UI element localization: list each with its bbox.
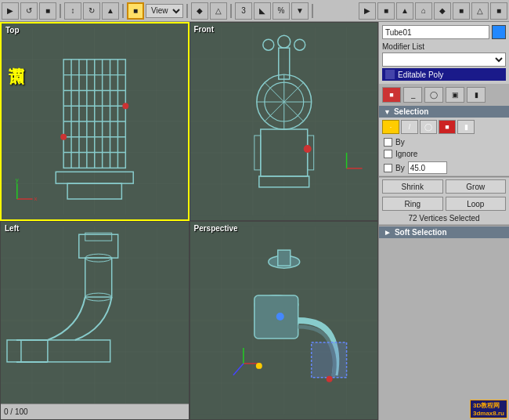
toolbar-btn-5[interactable]: △ (210, 2, 227, 20)
svg-rect-93 (254, 295, 298, 339)
sel-elem-icon[interactable]: ▮ (457, 120, 475, 134)
svg-point-25 (122, 103, 128, 109)
subobj-element-btn[interactable]: ▮ (467, 87, 486, 103)
svg-point-99 (255, 363, 262, 369)
sel-edge-icon[interactable]: / (401, 120, 418, 134)
toolbar-right-5[interactable]: ◆ (434, 2, 451, 20)
viewport-top[interactable]: Top 调节点 (0, 22, 190, 221)
svg-rect-91 (277, 250, 290, 266)
by2-label: By (395, 164, 405, 172)
view-dropdown[interactable]: View (146, 4, 183, 18)
object-name-input[interactable] (382, 25, 489, 39)
toolbar-right-2[interactable]: ■ (377, 2, 395, 20)
by2-checkbox[interactable] (384, 164, 392, 172)
svg-point-26 (60, 134, 67, 140)
frame-indicator: 0 / 100 (4, 407, 28, 416)
watermark: 3D教程网3dmax8.ru (470, 400, 507, 418)
viewport-top-label: Top (5, 26, 20, 34)
toolbar-btn-2[interactable]: ↺ (20, 2, 38, 20)
toolbar-right-1[interactable]: ▶ (359, 2, 376, 20)
by-label: By (395, 138, 405, 147)
toolbar-rotate[interactable]: ↻ (83, 2, 100, 20)
by2-spinbox[interactable] (408, 161, 447, 174)
soft-selection-header[interactable]: ► Soft Selection (379, 226, 509, 238)
toolbar-active-btn[interactable]: ■ (127, 2, 144, 20)
ignore-checkbox[interactable] (384, 150, 392, 158)
sel-border-icon[interactable]: ◯ (420, 120, 437, 134)
object-color-swatch[interactable] (492, 25, 506, 39)
toolbar-move[interactable]: ↕ (64, 2, 81, 20)
main-toolbar: ▶ ↺ ■ ↕ ↻ ▲ ■ View ◆ △ 3 ◣ % ▼ ▶ ■ ▲ ⌂ ◆… (0, 0, 509, 22)
viewport-front-label: Front (194, 25, 215, 34)
sep-2 (122, 4, 124, 18)
sep-1 (60, 4, 61, 18)
sel-vertex-icon[interactable]: · (382, 120, 399, 134)
right-panel-scroll: ▼ Selection · / ◯ ■ ▮ By (379, 106, 509, 420)
modifier-icon (385, 70, 395, 79)
viewport-left-label: Left (5, 224, 19, 233)
toolbar-btn-3[interactable]: ■ (39, 2, 56, 20)
viewport-front[interactable]: Front (190, 22, 379, 221)
shrink-btn[interactable]: Shrink (382, 179, 443, 194)
soft-expand-icon: ► (384, 228, 392, 237)
right-panel: Modifier List Editable Poly ■ ⎯ ◯ ▣ ▮ ▼ … (378, 22, 509, 420)
sep-4 (230, 4, 232, 18)
toolbar-btn-6[interactable]: ◣ (254, 2, 271, 20)
subobj-poly-btn[interactable]: ▣ (446, 87, 464, 103)
subobj-edge-btn[interactable]: ⎯ (403, 87, 422, 103)
sep-line-1 (379, 176, 509, 177)
main-area: Top 调节点 (0, 22, 509, 420)
toolbar-num1[interactable]: 3 (235, 2, 252, 20)
ring-btn[interactable]: Ring (382, 197, 443, 211)
svg-text:x: x (34, 195, 38, 202)
by-checkbox-row: By (379, 136, 509, 148)
viewport-perspective[interactable]: Perspective (190, 221, 379, 420)
modifier-list-label: Modifier List (382, 42, 506, 51)
toolbar-right-4[interactable]: ⌂ (415, 2, 432, 20)
viewport-perspective-svg (190, 222, 378, 419)
selection-panel: ▼ Selection · / ◯ ■ ▮ By (379, 106, 509, 238)
by-checkbox[interactable] (384, 138, 392, 147)
svg-text:y: y (16, 176, 19, 183)
sep-3 (186, 4, 188, 18)
object-name-row (382, 25, 506, 39)
sel-poly-icon[interactable]: ■ (439, 120, 456, 134)
statusbar: 0 / 100 (1, 404, 189, 419)
svg-point-98 (276, 313, 283, 320)
modifier-stack-item[interactable]: Editable Poly (382, 68, 506, 81)
toolbar-scale[interactable]: ▲ (102, 2, 119, 20)
toolbar-btn-7[interactable]: ▼ (291, 2, 309, 20)
shrink-grow-row: Shrink Grow (379, 178, 509, 195)
ring-loop-row: Ring Loop (379, 195, 509, 212)
viewport-perspective-label: Perspective (194, 224, 238, 233)
panel-top: Modifier List Editable Poly (379, 22, 509, 84)
toolbar-btn-1[interactable]: ▶ (2, 2, 19, 20)
toolbar-right-6[interactable]: ■ (453, 2, 470, 20)
viewport-left[interactable]: Left (0, 221, 190, 420)
selection-icons-row: · / ◯ ■ ▮ (379, 118, 509, 136)
modifier-dropdown[interactable] (382, 52, 506, 67)
subobj-vertex-btn[interactable]: ■ (382, 87, 401, 103)
ignore-checkbox-row: Ignore (379, 148, 509, 160)
toolbar-right-3[interactable]: ▲ (396, 2, 413, 20)
subobj-row: ■ ⎯ ◯ ▣ ▮ (379, 84, 509, 106)
sep-line-2 (379, 225, 509, 226)
toolbar-right-7[interactable]: △ (471, 2, 489, 20)
viewport-top-svg: x y (2, 24, 188, 219)
grow-btn[interactable]: Grow (446, 179, 507, 194)
subobj-border-btn[interactable]: ◯ (424, 87, 443, 103)
toolbar-btn-4[interactable]: ◆ (191, 2, 208, 20)
expand-icon: ▼ (384, 108, 391, 116)
selection-status: 72 Vertices Selected (379, 212, 509, 224)
toolbar-percent[interactable]: % (273, 2, 290, 20)
svg-rect-94 (311, 342, 346, 378)
soft-selection-title: Soft Selection (395, 228, 447, 237)
ignore-label: Ignore (395, 150, 417, 158)
loop-btn[interactable]: Loop (446, 197, 507, 211)
toolbar-right-8[interactable]: ■ (490, 2, 507, 20)
viewport-left-svg (1, 222, 189, 419)
selection-header: ▼ Selection (379, 106, 509, 118)
viewport-container: Top 调节点 (0, 22, 378, 420)
sep-5 (312, 4, 313, 18)
modifier-name: Editable Poly (398, 71, 443, 79)
